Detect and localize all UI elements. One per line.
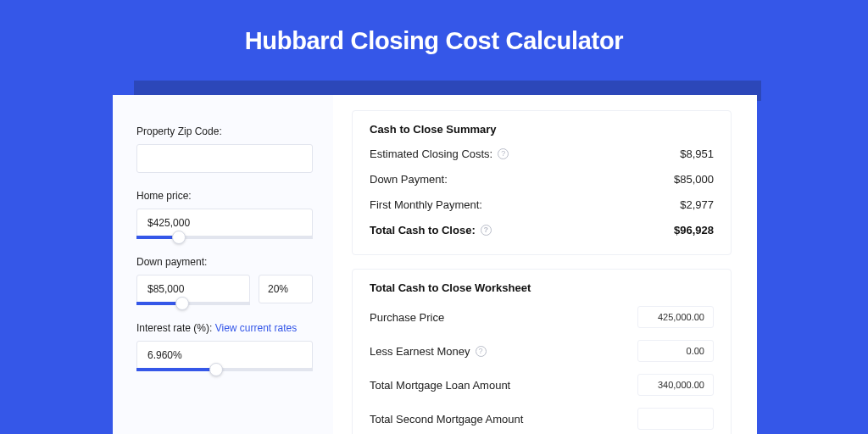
worksheet-row: Less Earnest Money?0.00 (370, 340, 714, 362)
worksheet-row-label-text: Total Mortgage Loan Amount (370, 379, 510, 392)
down-payment-label: Down payment: (136, 256, 313, 268)
price-label: Home price: (136, 190, 313, 202)
rate-slider[interactable] (136, 368, 313, 371)
down-payment-percent-box[interactable]: 20% (259, 275, 313, 303)
rate-slider-thumb[interactable] (209, 363, 223, 376)
summary-row-value: $85,000 (674, 173, 714, 186)
down-payment-slider[interactable] (136, 302, 250, 305)
worksheet-row-label-text: Purchase Price (370, 311, 444, 324)
price-field-group: Home price: (136, 190, 313, 239)
down-payment-field-group: Down payment: 20% (136, 256, 313, 305)
inputs-pane: Property Zip Code: Home price: Down paym… (113, 95, 333, 434)
rate-slider-fill (136, 368, 216, 371)
summary-row: Down Payment:$85,000 (370, 173, 714, 186)
calculator-container: Property Zip Code: Home price: Down paym… (113, 95, 757, 434)
worksheet-row-label: Total Mortgage Loan Amount (370, 379, 510, 392)
down-payment-amount-input[interactable] (136, 275, 250, 303)
help-icon[interactable]: ? (481, 225, 492, 236)
worksheet-row-label: Purchase Price (370, 311, 444, 324)
rate-field-group: Interest rate (%): View current rates (136, 322, 313, 371)
rate-label: Interest rate (%): View current rates (136, 322, 313, 334)
summary-row: Total Cash to Close:?$96,928 (370, 224, 714, 236)
worksheet-row-label: Less Earnest Money? (370, 345, 487, 358)
price-input[interactable] (136, 209, 313, 237)
summary-row: First Monthly Payment:$2,977 (370, 198, 714, 211)
page-title: Hubbard Closing Cost Calculator (0, 0, 868, 55)
down-payment-percent-value: 20% (268, 283, 288, 295)
summary-row-value: $96,928 (674, 224, 714, 236)
zip-input[interactable] (136, 144, 313, 173)
summary-row-label: First Monthly Payment: (370, 198, 482, 211)
summary-title: Cash to Close Summary (370, 123, 714, 136)
down-payment-row: 20% (136, 275, 313, 305)
summary-row-value: $8,951 (680, 147, 714, 160)
summary-row-label-text: Total Cash to Close: (370, 224, 476, 236)
summary-row-label-text: First Monthly Payment: (370, 198, 482, 211)
summary-row-label-text: Down Payment: (370, 173, 448, 186)
zip-field-group: Property Zip Code: (136, 125, 313, 173)
worksheet-row-label-text: Total Second Mortgage Amount (370, 413, 523, 426)
rate-input[interactable] (136, 341, 313, 370)
worksheet-card: Total Cash to Close Worksheet Purchase P… (352, 269, 732, 434)
down-payment-amount-wrap (136, 275, 250, 305)
worksheet-row: Purchase Price425,000.00 (370, 306, 714, 328)
summary-card: Cash to Close Summary Estimated Closing … (352, 110, 732, 255)
help-icon[interactable]: ? (476, 346, 487, 357)
worksheet-row-value[interactable]: 0.00 (637, 340, 714, 362)
results-pane: Cash to Close Summary Estimated Closing … (333, 95, 757, 434)
price-slider[interactable] (136, 236, 313, 239)
zip-label: Property Zip Code: (136, 125, 313, 137)
view-rates-link[interactable]: View current rates (215, 322, 298, 334)
worksheet-title: Total Cash to Close Worksheet (370, 281, 714, 294)
summary-row-label-text: Estimated Closing Costs: (370, 147, 492, 160)
worksheet-row-value[interactable]: 425,000.00 (637, 306, 714, 328)
price-slider-thumb[interactable] (172, 231, 186, 244)
summary-row-label: Down Payment: (370, 173, 448, 186)
rate-label-text: Interest rate (%): (136, 322, 212, 334)
down-payment-slider-thumb[interactable] (175, 297, 189, 310)
summary-row: Estimated Closing Costs:?$8,951 (370, 147, 714, 160)
worksheet-row-label-text: Less Earnest Money (370, 345, 470, 358)
worksheet-row-value[interactable] (637, 408, 714, 430)
summary-row-label: Total Cash to Close:? (370, 224, 492, 236)
worksheet-row: Total Mortgage Loan Amount340,000.00 (370, 374, 714, 396)
worksheet-row-value[interactable]: 340,000.00 (637, 374, 714, 396)
summary-row-label: Estimated Closing Costs:? (370, 147, 509, 160)
summary-row-value: $2,977 (680, 198, 714, 211)
worksheet-row-label: Total Second Mortgage Amount (370, 413, 523, 426)
worksheet-row: Total Second Mortgage Amount (370, 408, 714, 430)
help-icon[interactable]: ? (498, 148, 509, 159)
